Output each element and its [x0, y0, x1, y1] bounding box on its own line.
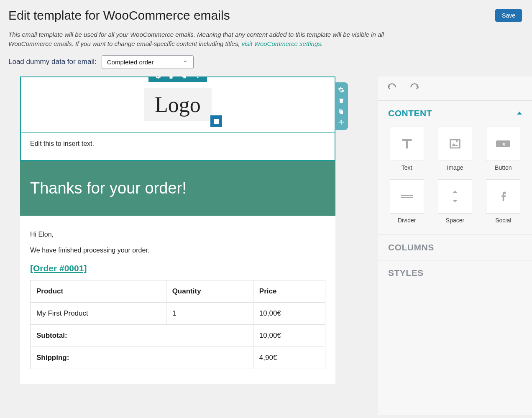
panel-content-title: CONTENT [388, 108, 432, 118]
processed-text: We have finished processing your order. [30, 247, 325, 254]
content-item-spacer[interactable]: Spacer [436, 179, 473, 224]
side-toolbar [335, 82, 348, 130]
duplicate-icon[interactable] [338, 108, 345, 115]
summary-label: Subtotal: [31, 324, 253, 347]
dummy-data-row: Load dummy data for email: Completed ord… [8, 55, 522, 69]
social-icon [486, 179, 520, 214]
text-icon [390, 127, 424, 161]
page-title: Edit template for WooCommerce emails [8, 8, 230, 23]
order-table: Product Quantity Price My First Product … [30, 280, 325, 369]
image-icon [438, 127, 472, 161]
email-banner[interactable]: Thanks for your order! [20, 161, 335, 216]
email-canvas[interactable]: Logo Edit this to insert text. Thanks fo… [20, 76, 335, 384]
summary-label: Shipping: [31, 347, 253, 369]
button-icon [486, 127, 520, 161]
summary-row: Shipping: 4,90€ [31, 347, 325, 369]
col-quantity: Quantity [166, 280, 253, 302]
description: This email template will be used for all… [8, 30, 397, 48]
header: Edit template for WooCommerce emails Sav… [0, 0, 532, 76]
gear-icon[interactable] [154, 76, 161, 79]
dummy-select-value: Completed order [107, 59, 154, 66]
panel-styles-header[interactable]: STYLES [378, 260, 532, 285]
move-icon[interactable] [194, 76, 201, 79]
text-block-content: Edit this to insert text. [30, 140, 94, 147]
panel-content-body: Text Image Button Divider [378, 122, 532, 234]
table-row: My First Product 1 10,00€ [31, 302, 325, 324]
svg-rect-1 [401, 195, 413, 196]
dummy-data-label: Load dummy data for email: [8, 58, 97, 66]
content-item-social[interactable]: Social [485, 179, 522, 224]
content-label: Button [485, 164, 522, 171]
spacer-icon [438, 179, 472, 214]
dummy-data-select[interactable]: Completed order [102, 55, 194, 69]
description-text: This email template will be used for all… [8, 31, 384, 47]
col-price: Price [253, 280, 325, 302]
undo-icon[interactable] [386, 82, 397, 94]
selected-block[interactable]: Logo Edit this to insert text. [20, 76, 335, 161]
block-toolbar [148, 76, 207, 82]
content-item-image[interactable]: Image [436, 127, 473, 171]
edit-image-icon[interactable] [210, 115, 222, 127]
content-item-divider[interactable]: Divider [388, 179, 425, 224]
save-button[interactable]: Save [495, 9, 522, 22]
cell-product: My First Product [31, 302, 166, 324]
description-text-end: . [321, 40, 323, 47]
sidebar: CONTENT Text Image Button [378, 76, 532, 415]
caret-up-icon [517, 112, 522, 115]
logo-block[interactable]: Logo [21, 77, 335, 133]
summary-value: 10,00€ [253, 324, 325, 347]
greeting-text: Hi Elon, [30, 231, 325, 238]
order-link[interactable]: [Order #0001] [30, 263, 325, 273]
content-item-button[interactable]: Button [485, 127, 522, 171]
content-label: Divider [388, 217, 425, 224]
history-bar [378, 76, 532, 101]
content-item-text[interactable]: Text [388, 127, 425, 171]
summary-value: 4,90€ [253, 347, 325, 369]
svg-rect-2 [401, 197, 413, 198]
content-label: Image [436, 164, 473, 171]
cell-quantity: 1 [166, 302, 253, 324]
trash-icon[interactable] [338, 97, 345, 104]
chevron-down-icon [182, 59, 188, 66]
cell-price: 10,00€ [253, 302, 325, 324]
duplicate-icon[interactable] [181, 76, 188, 79]
banner-title: Thanks for your order! [30, 179, 325, 197]
canvas-column: Logo Edit this to insert text. Thanks fo… [0, 76, 378, 415]
panel-columns-header[interactable]: COLUMNS [378, 234, 532, 260]
panel-styles-title: STYLES [388, 268, 424, 278]
gear-icon[interactable] [338, 87, 345, 93]
redo-icon[interactable] [409, 82, 420, 94]
panel-content-header[interactable]: CONTENT [378, 101, 532, 122]
text-block[interactable]: Edit this to insert text. [21, 133, 335, 160]
woocommerce-settings-link[interactable]: visit WooCommerce settings [242, 40, 321, 47]
col-product: Product [31, 280, 166, 302]
table-header-row: Product Quantity Price [31, 280, 325, 302]
logo-placeholder: Logo [144, 88, 212, 121]
workspace: Logo Edit this to insert text. Thanks fo… [0, 76, 532, 415]
move-icon[interactable] [338, 119, 345, 126]
panel-columns-title: COLUMNS [388, 242, 434, 252]
content-label: Social [485, 217, 522, 224]
divider-icon [390, 179, 424, 214]
trash-icon[interactable] [168, 76, 174, 79]
content-label: Text [388, 164, 425, 171]
content-label: Spacer [436, 217, 473, 224]
header-row: Edit template for WooCommerce emails Sav… [8, 8, 522, 23]
email-body[interactable]: Hi Elon, We have finished processing you… [20, 216, 335, 384]
summary-row: Subtotal: 10,00€ [31, 324, 325, 347]
